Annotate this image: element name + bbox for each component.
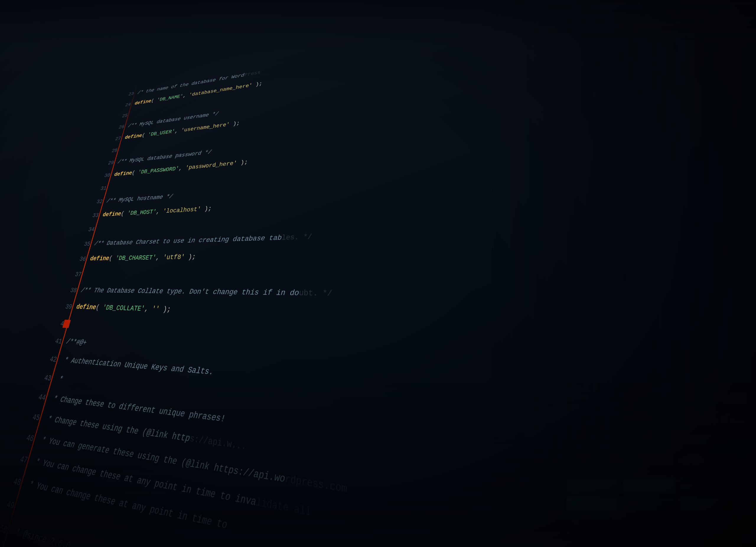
blur-block	[566, 497, 619, 512]
code-keyword: define	[102, 211, 122, 218]
blur-blocks	[566, 478, 732, 512]
code-string-val: 'utf8'	[162, 254, 185, 261]
code-comment: /** The Database Collate type. Don't cha…	[80, 287, 299, 297]
code-string-val: 'localhost'	[162, 206, 201, 214]
code-token-fade: lidate all	[255, 496, 311, 518]
code-punc: );	[200, 206, 212, 212]
blur-block	[623, 497, 676, 512]
code-area: /* the name of the database for WordPres…	[0, 0, 756, 547]
code-punc: );	[237, 159, 248, 166]
code-string: 'DB_COLLATE'	[102, 304, 146, 313]
code-token-fade: les. */	[281, 233, 312, 242]
code-token-fade: rdpress.com	[285, 474, 347, 495]
code-string-val: 'password_here'	[185, 160, 237, 171]
code-token-fade: ubt. */	[299, 289, 333, 298]
code-string: 'DB_USER'	[147, 129, 175, 137]
code-comment: /** Database Charset to use in creating …	[94, 234, 282, 247]
code-keyword: define	[124, 133, 143, 140]
code-comment: /** MySQL hostname */	[106, 193, 174, 204]
code-string: 'DB_CHARSET'	[115, 254, 157, 262]
code-keyword: define	[89, 255, 110, 262]
code-token-fade: s://api.w...	[189, 434, 247, 452]
code-comment: /**#@+	[66, 338, 88, 347]
red-marker	[62, 320, 71, 328]
blur-block	[623, 478, 676, 493]
code-keyword: define	[75, 304, 97, 311]
code-string: 'DB_HOST'	[126, 209, 157, 216]
code-keyword: define	[134, 99, 152, 106]
blur-block	[679, 497, 732, 512]
code-punc: );	[229, 121, 240, 127]
code-editor-screen: 23 24 25 26 27 28 29 30 31 32 33 34 35 3…	[0, 0, 756, 547]
code-container: 23 24 25 26 27 28 29 30 31 32 33 34 35 3…	[0, 0, 756, 547]
blur-block	[679, 478, 732, 493]
code-punc: );	[159, 306, 171, 314]
code-string: 'DB_NAME'	[156, 94, 183, 102]
blur-block	[566, 478, 619, 493]
code-punc: );	[252, 81, 263, 88]
code-punc: );	[184, 254, 196, 261]
code-keyword: define	[114, 170, 133, 178]
code-string: 'DB_PASSWORD'	[137, 166, 180, 175]
code-token-fade: Press	[244, 70, 261, 77]
